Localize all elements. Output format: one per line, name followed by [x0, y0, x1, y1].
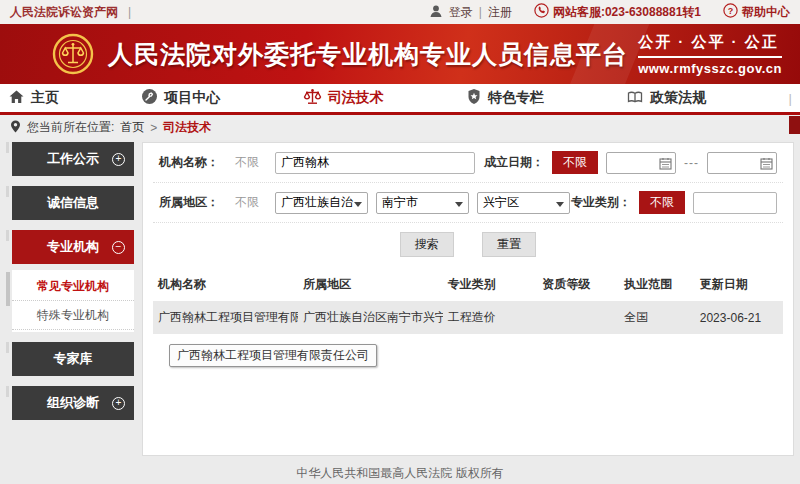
nav-trailing-separator: |	[789, 91, 792, 106]
site-url: www.rmfysszc.gov.cn	[638, 58, 782, 76]
category-label: 专业类别：	[571, 194, 631, 211]
calendar-icon	[760, 157, 773, 170]
region-any[interactable]: 不限	[235, 194, 259, 211]
province-select[interactable]: 广西壮族自治	[275, 192, 368, 214]
founded-date-any-button[interactable]: 不限	[552, 151, 598, 174]
sidebar-item-work-publicity[interactable]: 工作公示 +	[12, 142, 134, 176]
login-link[interactable]: 登录	[449, 4, 473, 21]
sidebar-item-expert-library[interactable]: 专家库	[12, 342, 134, 376]
utility-bar: 人民法院诉讼资产网 | 登录 | 注册 网站客服:023-63088881转1 …	[0, 0, 800, 24]
col-header-grade: 资质等级	[537, 268, 619, 301]
breadcrumb: 您当前所在位置: 首页 > 司法技术	[0, 115, 800, 140]
phone-icon	[534, 3, 549, 21]
site-home-link[interactable]: 人民法院诉讼资产网	[10, 4, 118, 21]
breadcrumb-current[interactable]: 司法技术	[163, 119, 211, 136]
site-banner: 人民法院对外委托专业机构专业人员信息平台 公开 · 公平 · 公正 www.rm…	[0, 24, 800, 84]
nav-item-judicial-tech[interactable]: 司法技术	[303, 88, 384, 109]
org-name-link[interactable]: 广西翰林工程项目管理有限责任...	[153, 301, 298, 334]
location-pin-icon	[10, 120, 21, 136]
filter-row-2: 所属地区： 不限 广西壮族自治 南宁市 兴宁区 专业类别： 不限	[153, 183, 783, 223]
home-icon	[8, 89, 25, 108]
nav-item-featured-column[interactable]: 特色专栏	[466, 88, 544, 108]
footer-copyright: 中华人民共和国最高人民法院 版权所有	[0, 456, 800, 484]
table-header-row: 机构名称 所属地区 专业类别 资质等级 执业范围 更新日期	[153, 268, 783, 301]
help-center-link[interactable]: 帮助中心	[742, 4, 790, 21]
org-name-tooltip: 广西翰林工程项目管理有限责任公司	[169, 344, 377, 367]
reset-button[interactable]: 重置	[482, 232, 536, 257]
sidebar-item-label: 组织诊断	[47, 394, 99, 412]
category-input[interactable]	[693, 192, 777, 214]
content-panel: 机构名称： 不限 成立日期： 不限 --- 所属地区： 不限 广西	[142, 142, 794, 456]
col-header-scope: 执业范围	[619, 268, 695, 301]
col-header-org-name: 机构名称	[153, 268, 298, 301]
sidebar-item-label: 工作公示	[47, 150, 99, 168]
calendar-icon	[659, 157, 672, 170]
org-name-label: 机构名称：	[159, 154, 219, 171]
user-icon	[429, 4, 443, 21]
submenu-item-special-orgs[interactable]: 特殊专业机构	[12, 301, 134, 330]
edge-scroll-widget[interactable]	[789, 116, 800, 134]
cell-region: 广西壮族自治区南宁市兴宁区	[298, 301, 443, 334]
date-range-separator: ---	[684, 156, 699, 170]
svg-text:?: ?	[728, 6, 734, 16]
breadcrumb-home-link[interactable]: 首页	[120, 119, 144, 136]
table-row: 广西翰林工程项目管理有限责任... 广西壮族自治区南宁市兴宁区 工程造价 全国 …	[153, 301, 783, 334]
region-label: 所属地区：	[159, 194, 219, 211]
col-header-updated: 更新日期	[695, 268, 783, 301]
cell-scope: 全国	[619, 301, 695, 334]
district-select[interactable]: 兴宁区	[477, 192, 570, 214]
filter-row-1: 机构名称： 不限 成立日期： 不限 ---	[153, 143, 783, 183]
col-header-category: 专业类别	[443, 268, 538, 301]
nav-label: 政策法规	[650, 89, 706, 107]
action-buttons-row: 搜索 重置	[153, 223, 783, 266]
nav-item-policies[interactable]: 政策法规	[626, 89, 706, 108]
scales-icon	[303, 88, 322, 109]
submenu-item-common-orgs[interactable]: 常见专业机构	[12, 272, 134, 301]
book-icon	[626, 89, 644, 108]
founded-date-label: 成立日期：	[484, 154, 544, 171]
sidebar-item-label: 专家库	[54, 350, 93, 368]
sidebar: 工作公示 + 诚信信息 专业机构 − 常见专业机构 特殊专业机构 专家库 组织诊…	[6, 142, 134, 456]
cell-grade	[537, 301, 619, 334]
sidebar-item-professional-orgs[interactable]: 专业机构 −	[12, 230, 134, 264]
expand-icon[interactable]: +	[112, 397, 125, 410]
utility-separator: |	[128, 5, 131, 19]
court-emblem-icon	[52, 33, 94, 75]
login-register-divider: |	[479, 5, 482, 19]
nav-label: 主页	[31, 89, 59, 107]
breadcrumb-prefix: 您当前所在位置:	[27, 119, 114, 136]
org-name-any[interactable]: 不限	[235, 154, 259, 171]
results-table: 机构名称 所属地区 专业类别 资质等级 执业范围 更新日期 广西翰林工程项目管理…	[153, 268, 783, 334]
col-header-region: 所属地区	[298, 268, 443, 301]
sidebar-item-org-diagnosis[interactable]: 组织诊断 +	[12, 386, 134, 420]
badge-star-icon	[466, 88, 482, 108]
site-title: 人民法院对外委托专业机构专业人员信息平台	[108, 38, 628, 71]
date-start-input[interactable]	[606, 152, 676, 174]
help-icon: ?	[723, 3, 738, 21]
nav-label: 项目中心	[164, 89, 220, 107]
nav-item-home[interactable]: 主页	[8, 89, 59, 108]
expand-icon[interactable]: +	[112, 153, 125, 166]
cell-category: 工程造价	[443, 301, 538, 334]
collapse-icon[interactable]: −	[112, 241, 125, 254]
breadcrumb-separator: >	[150, 121, 157, 135]
category-any-button[interactable]: 不限	[639, 191, 685, 214]
nav-label: 司法技术	[328, 89, 384, 107]
nav-item-project-center[interactable]: 项目中心	[141, 88, 220, 108]
main-nav: 主页 项目中心 司法技术 特色专栏 政策法规 |	[0, 84, 800, 115]
nav-label: 特色专栏	[488, 89, 544, 107]
search-button[interactable]: 搜索	[400, 232, 454, 257]
main-area: 工作公示 + 诚信信息 专业机构 − 常见专业机构 特殊专业机构 专家库 组织诊…	[0, 140, 800, 456]
cell-updated: 2023-06-21	[695, 301, 783, 334]
sidebar-item-integrity-info[interactable]: 诚信信息	[12, 186, 134, 220]
org-name-input[interactable]	[275, 152, 475, 174]
sidebar-submenu: 常见专业机构 特殊专业机构	[12, 270, 134, 332]
date-end-input[interactable]	[707, 152, 777, 174]
city-select[interactable]: 南宁市	[376, 192, 469, 214]
customer-service-text: 网站客服:023-63088881转1	[553, 4, 701, 21]
project-center-icon	[141, 88, 158, 108]
register-link[interactable]: 注册	[488, 4, 512, 21]
site-slogan: 公开 · 公平 · 公正	[638, 33, 782, 58]
sidebar-item-label: 专业机构	[47, 238, 99, 256]
sidebar-item-label: 诚信信息	[47, 194, 99, 212]
